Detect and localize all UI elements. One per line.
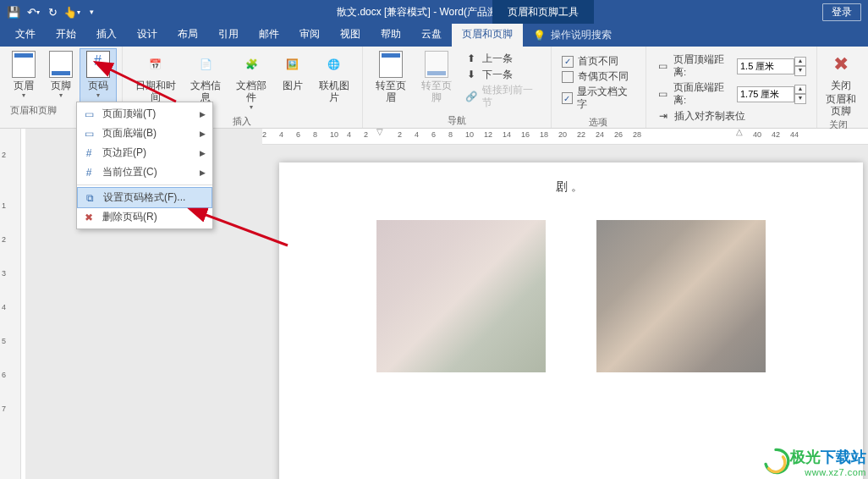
compat-mode: [兼容模式] — [384, 6, 431, 18]
login-button[interactable]: 登录 — [822, 3, 861, 21]
header-button[interactable]: 页眉 ▾ — [5, 48, 42, 102]
prev-section-button[interactable]: ⬆上一条 — [464, 52, 540, 65]
tab-mailings[interactable]: 邮件 — [249, 23, 289, 47]
footer-button[interactable]: 页脚 ▾ — [42, 48, 80, 102]
diff-odd-even-label: 奇偶页不同 — [578, 70, 629, 83]
goto-header-button[interactable]: 转至页眉 — [368, 48, 414, 103]
close-hf-button[interactable]: ✖ 关闭 页眉和页脚 — [822, 48, 860, 117]
group-label-hf: 页眉和页脚 — [5, 102, 57, 119]
picture-button[interactable]: 🖼️ 图片 — [274, 48, 311, 91]
tab-help[interactable]: 帮助 — [371, 23, 411, 47]
page-margin-icon: # — [82, 146, 96, 160]
document-text: 剧。 — [296, 179, 846, 195]
page-number-dropdown: ▭页面顶端(T)▶ ▭页面底端(B)▶ #页边距(P)▶ #当前位置(C)▶ ⧉… — [76, 102, 213, 229]
image-placeholder-portrait — [596, 220, 766, 372]
prev-label: 上一条 — [482, 52, 513, 65]
submenu-arrow-icon: ▶ — [200, 149, 206, 157]
menu-page-bottom[interactable]: ▭页面底端(B)▶ — [77, 124, 212, 143]
menu-page-top-label: 页面顶端(T) — [102, 107, 156, 121]
menu-page-bottom-label: 页面底端(B) — [102, 126, 157, 140]
tab-insert[interactable]: 插入 — [86, 23, 127, 47]
link-previous-label: 链接到前一节 — [482, 84, 541, 109]
goto-header-label: 转至页眉 — [371, 80, 410, 103]
goto-footer-button[interactable]: 转至页脚 — [414, 48, 459, 103]
ruler-tick: 4 — [2, 303, 6, 311]
picture-icon: 🖼️ — [279, 51, 306, 78]
tab-layout[interactable]: 布局 — [168, 23, 208, 47]
menu-page-top[interactable]: ▭页面顶端(T)▶ — [77, 104, 212, 124]
touch-mode-icon[interactable]: 👆▾ — [65, 5, 79, 19]
doc-parts-icon: 🧩 — [238, 51, 265, 78]
header-top-input[interactable] — [737, 58, 794, 74]
tool-tab-label: 页眉和页脚工具 — [508, 5, 579, 19]
menu-remove-page-number[interactable]: ✖删除页码(R) — [77, 207, 212, 227]
online-picture-button[interactable]: 🌐 联机图片 — [311, 48, 357, 103]
window-title: 散文.docx [兼容模式] - Word(产品激活失败) — [0, 5, 868, 19]
tab-file[interactable]: 文件 — [5, 23, 46, 47]
tab-header-footer[interactable]: 页眉和页脚 — [452, 23, 523, 47]
doc-parts-button[interactable]: 🧩 文档部件 ▾ — [228, 48, 274, 113]
bulb-icon: 💡 — [533, 30, 546, 41]
align-tab-icon: ⇥ — [656, 109, 670, 123]
header-top-icon: ▭ — [656, 59, 669, 73]
group-close: ✖ 关闭 页眉和页脚 关闭 — [817, 47, 868, 128]
tab-references[interactable]: 引用 — [208, 23, 249, 47]
group-navigation: 转至页眉 转至页脚 ⬆上一条 ⬇下一条 🔗链接到前一节 导航 — [363, 47, 552, 128]
spin-up-icon[interactable]: ▲ — [794, 57, 806, 67]
group-options: ✓首页不同 奇偶页不同 ✓显示文档文字 选项 — [552, 47, 647, 128]
menu-format-page-number[interactable]: ⧉设置页码格式(F)... — [77, 187, 212, 208]
document-page: 剧。 首页页脚 — [279, 162, 863, 479]
menu-separator — [77, 184, 212, 185]
remove-icon: ✖ — [82, 211, 96, 224]
online-picture-icon: 🌐 — [321, 51, 348, 78]
link-icon: 🔗 — [464, 90, 477, 103]
group-label-nav: 导航 — [448, 113, 466, 129]
next-label: 下一条 — [482, 69, 513, 81]
next-icon: ⬇ — [464, 68, 478, 81]
current-pos-icon: # — [82, 166, 96, 179]
diff-odd-even-checkbox[interactable]: 奇偶页不同 — [562, 70, 636, 83]
show-doc-text-checkbox[interactable]: ✓显示文档文字 — [562, 85, 636, 111]
save-icon[interactable]: 💾 — [7, 5, 20, 19]
tab-review[interactable]: 审阅 — [289, 23, 330, 47]
submenu-arrow-icon: ▶ — [200, 129, 206, 138]
quick-access-toolbar: 💾 ↶▾ ↻ 👆▾ ▾ — [0, 5, 98, 19]
group-position: ▭ 页眉顶端距离: ▲▼ ▭ 页面底端距离: ▲▼ ⇥插入对齐制表位 位置 — [646, 47, 817, 128]
tab-design[interactable]: 设计 — [127, 23, 168, 47]
next-section-button[interactable]: ⬇下一条 — [464, 68, 540, 81]
tell-me-label: 操作说明搜索 — [551, 28, 612, 42]
spin-down-icon[interactable]: ▼ — [794, 66, 806, 76]
insert-align-tab-button[interactable]: ⇥插入对齐制表位 — [656, 109, 806, 123]
doc-info-label: 文档信息 — [186, 80, 225, 103]
undo-icon[interactable]: ↶▾ — [26, 5, 40, 19]
redo-icon[interactable]: ↻ — [46, 5, 59, 19]
spin-down-icon[interactable]: ▼ — [794, 94, 806, 104]
qat-customize-icon[interactable]: ▾ — [85, 5, 98, 19]
submenu-arrow-icon: ▶ — [200, 168, 206, 177]
diff-first-page-checkbox[interactable]: ✓首页不同 — [562, 55, 636, 68]
doc-name: 散文.docx — [337, 6, 382, 18]
tab-home[interactable]: 开始 — [46, 23, 86, 47]
menu-page-margin-label: 页边距(P) — [102, 146, 146, 160]
insert-align-tab-label: 插入对齐制表位 — [674, 110, 745, 123]
menu-page-margin[interactable]: #页边距(P)▶ — [77, 143, 212, 162]
goto-footer-label: 转至页脚 — [417, 80, 456, 103]
page-top-icon: ▭ — [82, 107, 96, 121]
group-label-insert: 插入 — [233, 113, 251, 130]
contextual-tool-tab: 页眉和页脚工具 — [492, 0, 594, 24]
page-number-button[interactable]: # 页码 ▾ — [80, 48, 117, 102]
close-icon: ✖ — [827, 51, 854, 78]
tab-view[interactable]: 视图 — [330, 23, 371, 47]
tell-me[interactable]: 💡 操作说明搜索 — [523, 24, 622, 47]
ruler-tick: 7 — [2, 405, 6, 413]
footer-bottom-input[interactable] — [737, 86, 794, 102]
menu-format-label: 设置页码格式(F)... — [103, 190, 185, 205]
titlebar: 💾 ↶▾ ↻ 👆▾ ▾ 散文.docx [兼容模式] - Word(产品激活失败… — [0, 0, 868, 24]
menu-current-position[interactable]: #当前位置(C)▶ — [77, 162, 212, 182]
date-time-button[interactable]: 📅 日期和时间 — [128, 48, 183, 103]
spin-up-icon[interactable]: ▲ — [794, 85, 806, 95]
ruler-tick: 2 — [2, 151, 6, 159]
goto-header-icon — [377, 51, 404, 78]
date-time-label: 日期和时间 — [131, 80, 179, 103]
tab-cloud[interactable]: 云盘 — [411, 23, 452, 47]
